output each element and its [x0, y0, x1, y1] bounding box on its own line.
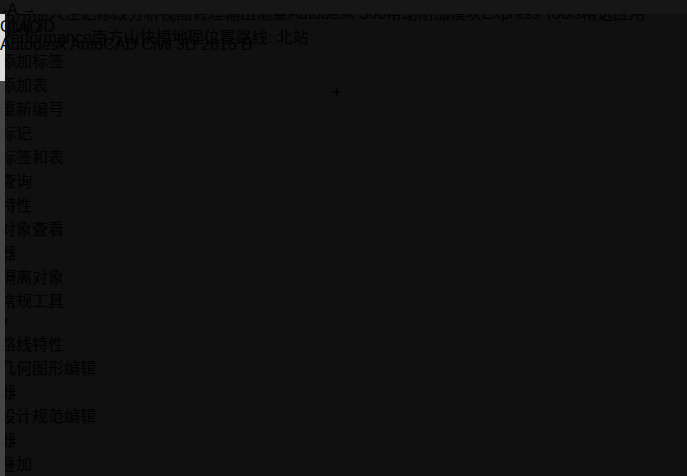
application-menu-button[interactable]: A CAD	[7, 1, 31, 27]
window-edge	[0, 81, 5, 476]
panel-general-tools: 查询 特性 对象查看器 隔离对象 常规	[0, 168, 68, 331]
add-tables-button[interactable]: 添加表	[0, 72, 77, 96]
window-title: Autodesk AutoCAD Civil 3D 2016	[0, 36, 237, 53]
quick-access-toolbar: ← →	[0, 0, 687, 18]
panel-title[interactable]: 常规工具 ▾	[0, 288, 68, 331]
ribbon: 添加标签 添加表 重新编号标记 标签和表 查询	[0, 48, 687, 476]
title-bar: ← → Civil 3D Autodesk AutoCAD Civil 3D 2…	[0, 0, 687, 14]
workspace-switcher[interactable]: Civil 3D	[0, 18, 687, 36]
inquiry-button[interactable]: 查询	[0, 168, 68, 192]
new-drawing-tab-button[interactable]: +	[332, 83, 341, 101]
panel-modify: 路线特性 几何图形编辑器 设计规范编辑器 叠加 修改 ▾	[0, 331, 108, 476]
object-viewer-button[interactable]: 对象查看器	[0, 216, 68, 264]
geometry-editor-button[interactable]: 几何图形编辑器	[0, 355, 108, 403]
superimpose-button[interactable]: 叠加	[0, 451, 108, 475]
renumber-tags-button[interactable]: 重新编号标记	[0, 96, 77, 144]
alignment-properties-button[interactable]: 路线特性	[0, 331, 108, 355]
properties-button[interactable]: 特性	[0, 192, 68, 216]
document-name-partial: D	[241, 36, 253, 53]
design-criteria-editor-button[interactable]: 设计规范编辑器	[0, 403, 108, 451]
app-window: ← → Civil 3D Autodesk AutoCAD Civil 3D 2…	[0, 0, 687, 476]
panel-title[interactable]: 标签和表	[0, 144, 77, 168]
panel-labels-tables: 添加标签 添加表 重新编号标记 标签和表	[0, 48, 77, 168]
isolate-objects-button[interactable]: 隔离对象	[0, 264, 68, 288]
